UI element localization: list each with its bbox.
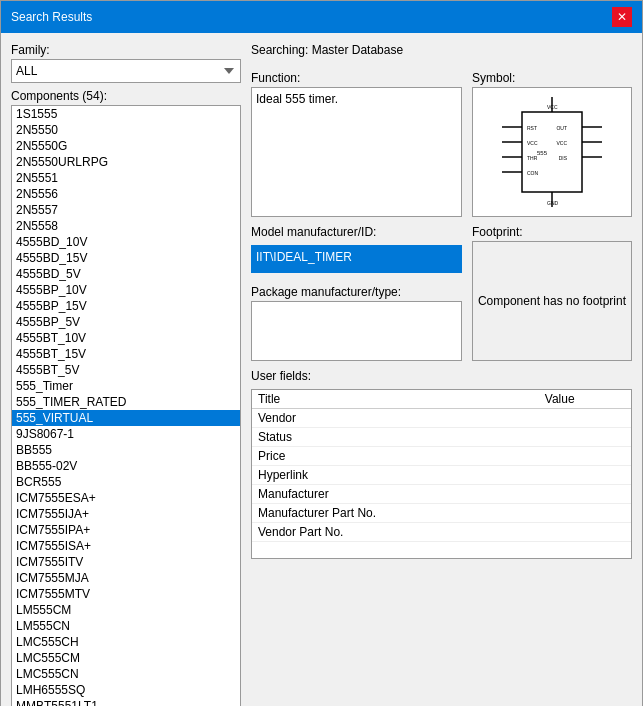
- field-title: Price: [252, 447, 539, 466]
- components-label: Components (54):: [11, 89, 241, 103]
- model-value: IIT\IDEAL_TIMER: [251, 245, 462, 273]
- list-item[interactable]: LM555CM: [12, 602, 240, 618]
- list-item[interactable]: 4555BP_15V: [12, 298, 240, 314]
- field-title: Status: [252, 428, 539, 447]
- list-item[interactable]: 4555BD_10V: [12, 234, 240, 250]
- table-row: Price: [252, 447, 631, 466]
- list-item[interactable]: ICM7555IJA+: [12, 506, 240, 522]
- family-label: Family:: [11, 43, 241, 57]
- table-row: Vendor Part No.: [252, 523, 631, 542]
- family-section: Family: ALL: [11, 43, 241, 83]
- components-list[interactable]: 1S15552N55502N5550G2N5550URLRPG2N55512N5…: [11, 105, 241, 706]
- list-item[interactable]: 4555BD_5V: [12, 266, 240, 282]
- user-fields-label: User fields:: [251, 369, 632, 383]
- function-text: Ideal 555 timer.: [256, 92, 338, 106]
- field-value: [539, 409, 631, 428]
- close-button[interactable]: ✕: [612, 7, 632, 27]
- list-item[interactable]: LMC555CH: [12, 634, 240, 650]
- svg-text:GND: GND: [547, 200, 559, 206]
- list-item[interactable]: 4555BD_15V: [12, 250, 240, 266]
- list-item[interactable]: LMC555CN: [12, 666, 240, 682]
- svg-text:CON: CON: [527, 170, 539, 176]
- table-row: Status: [252, 428, 631, 447]
- user-fields-table: Title Value VendorStatusPriceHyperlinkMa…: [251, 389, 632, 559]
- function-box: Ideal 555 timer.: [251, 87, 462, 217]
- footprint-section: Footprint: Component has no footprint: [472, 225, 632, 361]
- list-item[interactable]: 1S1555: [12, 106, 240, 122]
- list-item[interactable]: 555_VIRTUAL: [12, 410, 240, 426]
- family-dropdown[interactable]: ALL: [11, 59, 241, 83]
- search-results-dialog: Search Results ✕ Family: ALL Components …: [0, 0, 643, 706]
- list-item[interactable]: 2N5557: [12, 202, 240, 218]
- package-label: Package manufacturer/type:: [251, 285, 462, 299]
- col-title-header: Title: [252, 390, 539, 409]
- dialog-body: Family: ALL Components (54): 1S15552N555…: [1, 33, 642, 706]
- model-label: Model manufacturer/ID:: [251, 225, 462, 239]
- list-item[interactable]: 4555BP_5V: [12, 314, 240, 330]
- svg-rect-0: [522, 112, 582, 192]
- footprint-text: Component has no footprint: [472, 241, 632, 361]
- symbol-box: RST VCC THR CON OUT VCC DIS VCC GND 555: [472, 87, 632, 217]
- searching-text: Searching: Master Database: [251, 43, 632, 57]
- field-title: Vendor Part No.: [252, 523, 539, 542]
- svg-text:OUT: OUT: [556, 125, 567, 131]
- list-item[interactable]: ICM7555IPA+: [12, 522, 240, 538]
- field-title: Hyperlink: [252, 466, 539, 485]
- list-item[interactable]: 4555BP_10V: [12, 282, 240, 298]
- list-item[interactable]: 2N5556: [12, 186, 240, 202]
- table-row: Manufacturer Part No.: [252, 504, 631, 523]
- package-section: Package manufacturer/type:: [251, 285, 462, 361]
- table-row: Vendor: [252, 409, 631, 428]
- model-section: Model manufacturer/ID: IIT\IDEAL_TIMER P…: [251, 225, 462, 361]
- list-item[interactable]: 2N5550G: [12, 138, 240, 154]
- list-item[interactable]: ICM7555MJA: [12, 570, 240, 586]
- list-item[interactable]: 555_Timer: [12, 378, 240, 394]
- list-item[interactable]: BCR555: [12, 474, 240, 490]
- field-title: Manufacturer: [252, 485, 539, 504]
- field-value: [539, 447, 631, 466]
- list-item[interactable]: BB555: [12, 442, 240, 458]
- table-row: Manufacturer: [252, 485, 631, 504]
- svg-text:VCC: VCC: [527, 140, 538, 146]
- field-value: [539, 504, 631, 523]
- symbol-section: Symbol:: [472, 71, 632, 217]
- function-symbol-row: Function: Ideal 555 timer. Symbol:: [251, 71, 632, 217]
- svg-text:555: 555: [537, 150, 548, 156]
- field-title: Vendor: [252, 409, 539, 428]
- list-item[interactable]: ICM7555ESA+: [12, 490, 240, 506]
- list-item[interactable]: 2N5551: [12, 170, 240, 186]
- col-value-header: Value: [539, 390, 631, 409]
- field-value: [539, 485, 631, 504]
- svg-text:DIS: DIS: [559, 155, 568, 161]
- list-item[interactable]: LMH6555SQ: [12, 682, 240, 698]
- package-box: [251, 301, 462, 361]
- right-panel: Searching: Master Database Function: Ide…: [251, 43, 632, 706]
- list-item[interactable]: 4555BT_15V: [12, 346, 240, 362]
- field-title: Manufacturer Part No.: [252, 504, 539, 523]
- svg-text:RST: RST: [527, 125, 537, 131]
- model-footprint-row: Model manufacturer/ID: IIT\IDEAL_TIMER P…: [251, 225, 632, 361]
- list-item[interactable]: MMBT5551LT1: [12, 698, 240, 706]
- list-item[interactable]: 2N5558: [12, 218, 240, 234]
- list-item[interactable]: 4555BT_5V: [12, 362, 240, 378]
- list-item[interactable]: LMC555CM: [12, 650, 240, 666]
- title-bar: Search Results ✕: [1, 1, 642, 33]
- user-fields-section: User fields: Title Value VendorStatusPri…: [251, 369, 632, 559]
- dialog-title: Search Results: [11, 10, 92, 24]
- list-item[interactable]: 2N5550URLRPG: [12, 154, 240, 170]
- list-item[interactable]: 9JS8067-1: [12, 426, 240, 442]
- list-item[interactable]: ICM7555ISA+: [12, 538, 240, 554]
- fields-table: Title Value VendorStatusPriceHyperlinkMa…: [252, 390, 631, 542]
- function-label: Function:: [251, 71, 462, 85]
- list-item[interactable]: LM555CN: [12, 618, 240, 634]
- list-item[interactable]: 2N5550: [12, 122, 240, 138]
- table-row: Hyperlink: [252, 466, 631, 485]
- list-item[interactable]: 4555BT_10V: [12, 330, 240, 346]
- list-item[interactable]: ICM7555MTV: [12, 586, 240, 602]
- list-item[interactable]: ICM7555ITV: [12, 554, 240, 570]
- field-value: [539, 428, 631, 447]
- list-item[interactable]: 555_TIMER_RATED: [12, 394, 240, 410]
- components-section: Components (54): 1S15552N55502N5550G2N55…: [11, 89, 241, 706]
- field-value: [539, 466, 631, 485]
- list-item[interactable]: BB555-02V: [12, 458, 240, 474]
